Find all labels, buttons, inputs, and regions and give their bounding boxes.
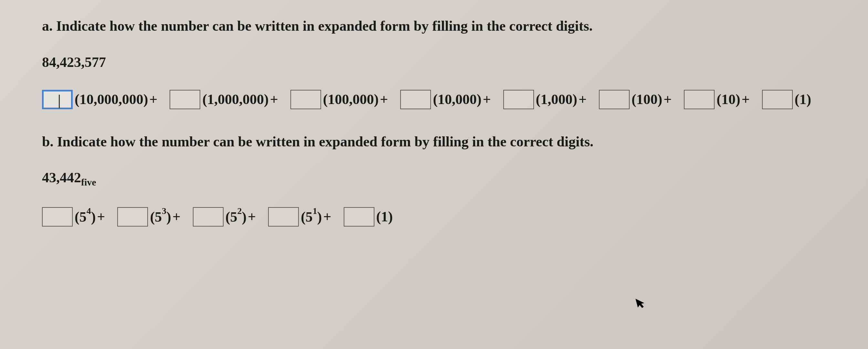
plus-b-0: + (97, 208, 105, 225)
input-b-3[interactable] (268, 207, 299, 227)
input-a-6[interactable] (684, 90, 715, 109)
term-b-0: (54) + (42, 207, 107, 227)
input-a-7[interactable] (762, 90, 793, 109)
term-a-6: (10) + (684, 90, 752, 109)
mouse-cursor-icon (635, 296, 647, 313)
place-b-1: (53) (150, 208, 171, 225)
question-b-expanded: (54) + (53) + (52) + (51) + (1) (42, 207, 826, 227)
place-b-2: (52) (225, 208, 246, 225)
close-b-1: ) (166, 209, 171, 225)
input-a-1[interactable] (169, 90, 200, 109)
input-a-0[interactable] (42, 90, 73, 109)
place-a-7: (1) (795, 91, 811, 108)
place-a-1: (1,000,000) (202, 91, 269, 108)
input-b-4[interactable] (344, 207, 374, 227)
input-a-5[interactable] (599, 90, 629, 109)
exp-b-0: 4 (87, 206, 91, 216)
plus-a-6: + (742, 91, 750, 108)
term-a-5: (100) + (599, 90, 674, 109)
plus-b-2: + (248, 208, 256, 225)
question-a-prompt: a. Indicate how the number can be writte… (42, 16, 826, 36)
close-b-3: ) (317, 209, 322, 225)
plus-a-4: + (579, 91, 587, 108)
text-cursor-icon (59, 95, 60, 108)
place-b-4: (1) (376, 208, 393, 225)
place-b-0: (54) (74, 208, 96, 225)
question-a-label: a. (42, 18, 53, 34)
question-a-expanded: (10,000,000) + (1,000,000) + (100,000) +… (42, 90, 826, 109)
exp-b-2: 2 (237, 206, 242, 216)
exp-b-1: 3 (162, 206, 166, 216)
plus-b-3: + (323, 208, 331, 225)
cursor-svg (635, 296, 646, 310)
question-a-number: 84,423,577 (42, 54, 826, 70)
input-a-4[interactable] (503, 90, 534, 109)
base-b-3: (5 (301, 209, 313, 225)
input-a-3[interactable] (400, 90, 431, 109)
input-b-1[interactable] (117, 207, 148, 227)
place-a-5: (100) (631, 91, 662, 108)
term-b-1: (53) + (117, 207, 183, 227)
question-b-text: Indicate how the number can be written i… (57, 134, 593, 150)
term-a-3: (10,000) + (400, 90, 493, 109)
place-a-2: (100,000) (323, 91, 379, 108)
plus-b-1: + (173, 208, 181, 225)
input-a-2[interactable] (290, 90, 321, 109)
place-a-3: (10,000) (433, 91, 481, 108)
term-b-3: (51) + (268, 207, 334, 227)
term-a-2: (100,000) + (290, 90, 391, 109)
question-b-number-main: 43,442 (42, 170, 81, 185)
term-a-4: (1,000) + (503, 90, 589, 109)
plus-a-1: + (270, 91, 278, 108)
term-b-4: (1) (344, 207, 393, 227)
question-b: b. Indicate how the number can be writte… (42, 132, 826, 227)
question-b-number: 43,442five (42, 169, 826, 188)
base-b-2: (5 (225, 209, 238, 225)
term-a-7: (1) (762, 90, 811, 109)
plus-a-0: + (149, 91, 157, 108)
base-b-1: (5 (150, 209, 162, 225)
term-a-1: (1,000,000) + (169, 90, 280, 109)
input-b-2[interactable] (193, 207, 223, 227)
plus-a-5: + (663, 91, 672, 108)
close-b-2: ) (242, 209, 246, 225)
question-a-text: Indicate how the number can be written i… (56, 18, 593, 34)
input-b-0[interactable] (42, 207, 73, 227)
term-a-0: (10,000,000) + (42, 90, 160, 109)
place-b-3: (51) (301, 208, 322, 225)
close-b-0: ) (91, 209, 96, 225)
exp-b-3: 1 (313, 206, 317, 216)
place-a-6: (10) (716, 91, 740, 108)
question-b-prompt: b. Indicate how the number can be writte… (42, 132, 826, 152)
question-b-number-sub: five (81, 177, 96, 187)
question-b-label: b. (42, 134, 53, 150)
base-b-0: (5 (74, 209, 87, 225)
place-a-4: (1,000) (536, 91, 577, 108)
term-b-2: (52) + (193, 207, 258, 227)
place-a-0: (10,000,000) (74, 91, 148, 108)
base-b-4: (1) (376, 209, 393, 225)
plus-a-3: + (483, 91, 491, 108)
plus-a-2: + (380, 91, 388, 108)
question-a: a. Indicate how the number can be writte… (42, 16, 826, 109)
